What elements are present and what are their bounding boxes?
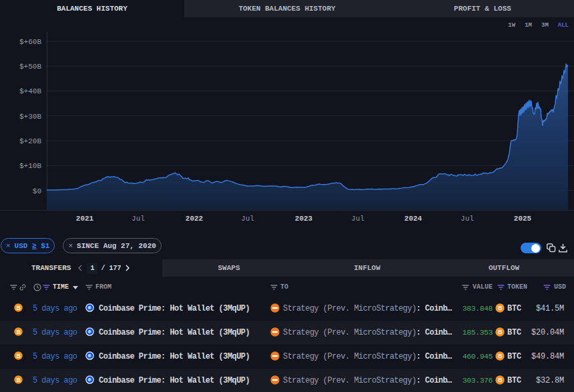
svg-text:B: B (498, 353, 502, 359)
svg-text:$+10B: $+10B (19, 162, 41, 170)
svg-text:$0: $0 (33, 187, 41, 195)
svg-text:$+60B: $+60B (19, 38, 41, 46)
svg-text:2022: 2022 (186, 215, 203, 223)
svg-text:B: B (17, 329, 21, 335)
svg-text:$+40B: $+40B (19, 87, 41, 95)
svg-text:Jul: Jul (131, 215, 145, 223)
svg-text:$+30B: $+30B (19, 113, 41, 121)
svg-text:Jul: Jul (351, 215, 364, 223)
svg-text:$+50B: $+50B (19, 63, 41, 71)
svg-text:Jul: Jul (241, 215, 254, 223)
svg-text:2024: 2024 (404, 215, 422, 223)
svg-text:Jul: Jul (461, 215, 474, 223)
svg-text:B: B (498, 305, 502, 311)
svg-text:B: B (17, 353, 21, 359)
svg-text:2023: 2023 (295, 215, 313, 223)
svg-text:$+20B: $+20B (19, 137, 41, 145)
svg-text:B: B (17, 377, 21, 383)
svg-text:B: B (498, 329, 502, 335)
svg-text:B: B (17, 305, 21, 311)
svg-text:2021: 2021 (76, 215, 94, 223)
svg-text:B: B (498, 377, 502, 383)
svg-text:2025: 2025 (514, 215, 532, 223)
